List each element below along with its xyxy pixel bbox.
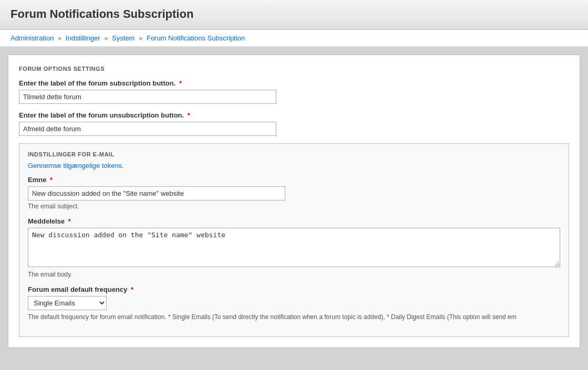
frequency-description: The default frequency for forum email no… [28,313,560,322]
email-subject-description: The email subject. [28,203,560,210]
subscription-required-star: * [179,79,182,87]
subscription-button-input[interactable] [19,90,276,104]
body-required-star: * [68,217,71,225]
page-title: Forum Notifications Subscription [11,7,577,21]
breadcrumb-link-indstillinger[interactable]: Indstillinger [66,34,100,42]
email-subject-label: Emne * [28,176,560,184]
frequency-required-star: * [131,286,133,293]
email-subject-field: Emne * The email subject. [28,176,560,210]
frequency-select-wrapper: Single Emails Daily Digest Emails [28,296,560,310]
email-settings-section: INDSTILLINGER FOR E-MAIL Gennemse tilgæn… [19,143,569,337]
unsubscription-button-field: Enter the label of the forum unsubscript… [19,111,569,136]
email-frequency-select[interactable]: Single Emails Daily Digest Emails [28,296,107,310]
token-link[interactable]: Gennemse tilgængelige tokens. [28,162,560,170]
forum-options-section: FORUM OPTIONS SETTINGS Enter the label o… [19,66,569,136]
email-body-label: Meddelelse * [28,217,560,225]
page-header: Forum Notifications Subscription [0,0,588,30]
subscription-button-field: Enter the label of the forum subscriptio… [19,79,569,104]
breadcrumb-link-current[interactable]: Forum Notifications Subscription [147,34,245,42]
email-body-description: The email body. [28,271,560,278]
email-subject-input[interactable] [28,186,285,200]
subject-required-star: * [50,176,53,184]
email-body-textarea[interactable]: New discussion added on the "Site name" … [28,228,560,267]
forum-options-title: FORUM OPTIONS SETTINGS [19,66,569,72]
breadcrumb: Administration » Indstillinger » System … [11,34,577,42]
main-content: FORUM OPTIONS SETTINGS Enter the label o… [8,55,580,348]
breadcrumb-sep-3: » [139,34,142,42]
breadcrumb-bar: Administration » Indstillinger » System … [0,30,588,47]
breadcrumb-sep-2: » [104,34,108,42]
unsubscription-button-label: Enter the label of the forum unsubscript… [19,111,569,119]
email-settings-title: INDSTILLINGER FOR E-MAIL [28,151,560,157]
breadcrumb-link-system[interactable]: System [112,34,135,42]
subscription-button-label: Enter the label of the forum subscriptio… [19,79,569,87]
email-body-field: Meddelelse * New discussion added on the… [28,217,560,278]
unsubscription-required-star: * [188,111,190,119]
unsubscription-button-input[interactable] [19,122,276,136]
email-frequency-label: Forum email default frequency * [28,286,560,293]
email-frequency-field: Forum email default frequency * Single E… [28,286,560,322]
breadcrumb-sep-1: » [58,34,61,42]
breadcrumb-link-administration[interactable]: Administration [11,34,54,42]
